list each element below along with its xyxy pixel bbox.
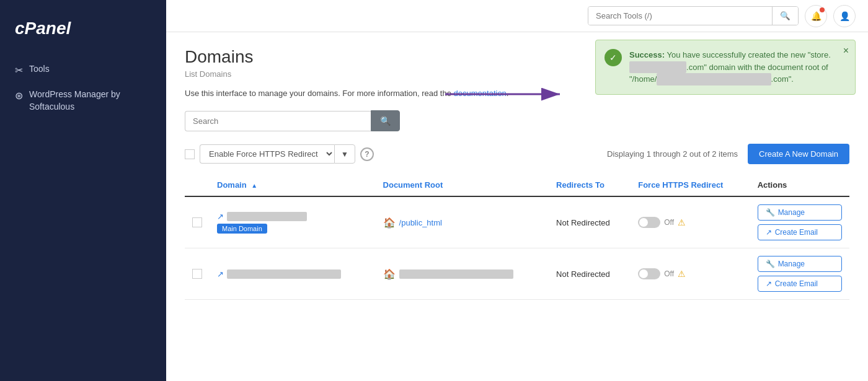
search-tools-input[interactable]	[588, 7, 772, 25]
user-icon[interactable]: 👤	[833, 5, 856, 27]
row2-toggle-thumb	[639, 269, 648, 278]
row1-https-cell: Off ⚠	[631, 196, 750, 248]
row1-create-email-button[interactable]: ↗ Create Email	[758, 224, 842, 240]
main-domain-badge: Main Domain	[217, 224, 267, 234]
blurred-path-1: ████████████████████	[657, 73, 771, 85]
success-bold: Success:	[629, 50, 665, 59]
tools-icon: ✂	[15, 64, 23, 76]
sidebar-item-label-tools: Tools	[29, 63, 50, 76]
sidebar-item-tools[interactable]: ✂ Tools	[0, 57, 166, 82]
row1-warning-icon: ⚠	[678, 217, 686, 227]
row2-redirects-cell: Not Redirected	[549, 248, 631, 300]
row1-create-email-label: Create Email	[775, 228, 818, 237]
table-row: ↗ ██████████████ Main Domain 🏠 /public_h…	[185, 196, 849, 248]
notification-badge	[820, 7, 825, 12]
row2-domain-link[interactable]: ↗ ████████████████████	[217, 269, 368, 279]
row1-redirects-text: Not Redirected	[556, 218, 610, 227]
logo: cPanel	[0, 12, 166, 57]
home-icon-1: 🏠	[383, 217, 396, 229]
row1-docroot-cell: 🏠 /public_html	[376, 196, 549, 248]
row2-docroot: 🏠 ████████████████████	[383, 268, 542, 280]
sort-asc-icon: ▲	[251, 182, 257, 189]
row2-https-cell: Off ⚠	[631, 248, 750, 300]
col-actions: Actions	[750, 174, 849, 196]
sidebar-item-wordpress[interactable]: ⊛ WordPress Manager by Softaculous	[0, 82, 166, 119]
col-domain-label: Domain	[217, 180, 247, 190]
home-icon-2: 🏠	[383, 268, 396, 280]
row1-actions-cell: 🔧 Manage ↗ Create Email	[750, 196, 849, 248]
row1-toggle-thumb	[639, 218, 648, 227]
row2-domain: ↗ ████████████████████	[217, 269, 368, 279]
row2-checkbox[interactable]	[192, 269, 202, 279]
sidebar-item-label-wordpress: WordPress Manager by Softaculous	[29, 89, 151, 113]
row1-action-buttons: 🔧 Manage ↗ Create Email	[758, 204, 842, 240]
success-close-button[interactable]: ×	[843, 45, 849, 56]
row2-toggle-track[interactable]	[638, 268, 660, 279]
col-redirects[interactable]: Redirects To	[549, 174, 631, 196]
email-icon-2: ↗	[766, 279, 772, 288]
row1-toggle: Off ⚠	[638, 217, 742, 228]
notifications-icon[interactable]: 🔔	[805, 5, 827, 27]
controls-left: Enable Force HTTPS Redirect ▼ ?	[185, 144, 374, 164]
row2-domain-text: ████████████████████	[227, 269, 341, 279]
main-area: 🔍 🔔 👤 ✓ Success: You have successfully c…	[166, 0, 868, 381]
row2-redirects-text: Not Redirected	[556, 269, 610, 279]
row1-checkbox[interactable]	[192, 217, 202, 227]
row2-checkbox-cell	[185, 248, 210, 300]
row1-manage-label: Manage	[778, 208, 805, 217]
action-select[interactable]: Enable Force HTTPS Redirect	[200, 144, 334, 164]
row2-action-buttons: 🔧 Manage ↗ Create Email	[758, 256, 842, 292]
topbar: 🔍 🔔 👤	[166, 0, 868, 32]
row2-toggle-label: Off	[664, 269, 674, 278]
search-tools-button[interactable]: 🔍	[772, 7, 798, 25]
row2-create-email-button[interactable]: ↗ Create Email	[758, 276, 842, 292]
row2-actions-cell: 🔧 Manage ↗ Create Email	[750, 248, 849, 300]
col-doc-root[interactable]: Document Root	[376, 174, 549, 196]
row1-domain-link[interactable]: ↗ ██████████████	[217, 212, 368, 221]
col-domain[interactable]: Domain ▲	[210, 174, 376, 196]
domain-search-input[interactable]	[185, 111, 371, 131]
controls-row: Enable Force HTTPS Redirect ▼ ? Displayi…	[185, 144, 849, 164]
row1-domain: ↗ ██████████████ Main Domain	[217, 212, 368, 234]
success-banner: ✓ Success: You have successfully created…	[595, 40, 856, 95]
arrow-graphic	[445, 82, 569, 111]
logo-text: cPanel	[15, 19, 71, 38]
row2-docroot-text: ████████████████████	[399, 269, 513, 279]
row2-domain-cell: ↗ ████████████████████	[210, 248, 376, 300]
col-redirects-label: Redirects To	[556, 180, 604, 190]
table-row: ↗ ████████████████████ 🏠 ███████████████…	[185, 248, 849, 300]
col-checkbox	[185, 174, 210, 196]
display-info: Displaying 1 through 2 out of 2 items	[607, 149, 738, 159]
row2-toggle: Off ⚠	[638, 268, 742, 279]
external-link-icon-2: ↗	[217, 269, 224, 279]
domain-search-button[interactable]: 🔍	[371, 110, 400, 131]
search-tools-wrap: 🔍	[588, 6, 799, 25]
row2-docroot-cell: 🏠 ████████████████████	[376, 248, 549, 300]
row1-checkbox-cell	[185, 196, 210, 248]
domain-search-row: 🔍	[185, 110, 408, 131]
table-header: Domain ▲ Document Root Redirects To Forc…	[185, 174, 849, 196]
success-message: Success: You have successfully created t…	[629, 49, 833, 85]
select-all-checkbox[interactable]	[185, 149, 195, 159]
blurred-domain-1: ██████████	[629, 61, 686, 74]
page-desc-text: Use this interface to manage your domain…	[185, 89, 451, 98]
create-domain-button[interactable]: Create A New Domain	[748, 144, 849, 164]
action-dropdown-button[interactable]: ▼	[334, 144, 355, 164]
domains-table: Domain ▲ Document Root Redirects To Forc…	[185, 174, 849, 300]
row1-docroot: 🏠 /public_html	[383, 217, 542, 229]
row2-manage-label: Manage	[778, 260, 805, 268]
row2-warning-icon: ⚠	[678, 269, 686, 279]
sidebar: cPanel ✂ Tools ⊛ WordPress Manager by So…	[0, 0, 166, 381]
row1-manage-button[interactable]: 🔧 Manage	[758, 204, 842, 221]
col-doc-root-label: Document Root	[383, 180, 443, 190]
row1-toggle-track[interactable]	[638, 217, 660, 228]
row1-toggle-label: Off	[664, 218, 674, 227]
help-icon[interactable]: ?	[360, 147, 374, 161]
email-icon-1: ↗	[766, 228, 772, 237]
row2-manage-button[interactable]: 🔧 Manage	[758, 256, 842, 272]
row1-docroot-text: /public_html	[399, 218, 442, 227]
col-force-https[interactable]: Force HTTPS Redirect	[631, 174, 750, 196]
row2-create-email-label: Create Email	[775, 279, 818, 288]
external-link-icon-1: ↗	[217, 212, 224, 221]
manage-icon-2: 🔧	[766, 260, 775, 268]
